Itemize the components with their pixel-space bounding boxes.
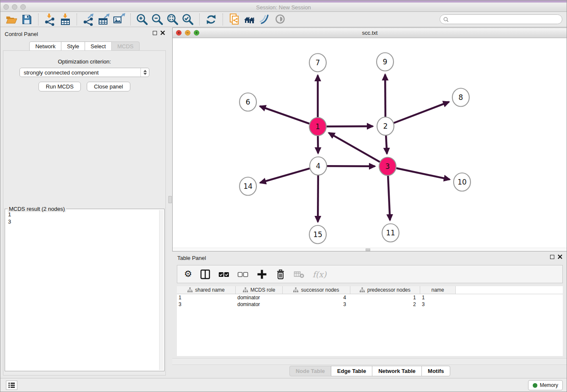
graph-node-10[interactable]: 10 (454, 173, 471, 191)
graph-node-3[interactable]: 3 (379, 157, 396, 176)
graph-node-7[interactable]: 7 (309, 54, 326, 72)
svg-text:1: 1 (316, 122, 320, 131)
graph-edge-4-14[interactable] (260, 168, 310, 183)
import-network-icon[interactable] (42, 12, 58, 27)
graph-edge-3-10[interactable] (396, 168, 450, 179)
graph-node-15[interactable]: 15 (309, 226, 326, 244)
table-cell[interactable]: 4 (283, 294, 350, 301)
result-scrollbar[interactable] (159, 210, 163, 370)
splitter-handle[interactable] (168, 196, 172, 203)
table-row[interactable]: 3dominator323 (177, 301, 563, 308)
column-header-MCDS-role[interactable]: MCDS role (236, 286, 283, 294)
create-column-icon[interactable] (256, 268, 267, 281)
graph-node-8[interactable]: 8 (452, 88, 469, 107)
graph-node-2[interactable]: 2 (377, 117, 394, 135)
graph-edge-4-15[interactable] (318, 175, 318, 222)
unselect-all-columns-icon[interactable] (237, 268, 248, 281)
column-type-icon (360, 287, 365, 293)
zoom-in-icon[interactable] (135, 12, 150, 27)
table-hscrollbar[interactable] (172, 358, 567, 365)
bird-eye-view-icon[interactable] (272, 12, 288, 27)
tab-edge-table[interactable]: Edge Table (331, 366, 372, 376)
tab-node-table[interactable]: Node Table (289, 366, 331, 376)
table-cell[interactable]: 3 (283, 301, 350, 308)
table-cell[interactable]: dominator (236, 301, 283, 308)
export-network-icon[interactable] (81, 12, 96, 27)
import-table-icon[interactable] (58, 12, 73, 27)
optimization-criterion-select[interactable]: strongly connected component (19, 68, 149, 77)
open-file-icon[interactable] (4, 12, 19, 27)
graph-node-14[interactable]: 14 (239, 177, 256, 196)
network-window-titlebar[interactable]: × − + scc.txt (173, 28, 567, 38)
table-cell[interactable]: 1 (420, 294, 456, 301)
table-panel-tabs: Node TableEdge TableNetwork TableMotifs (172, 366, 567, 376)
tab-style[interactable]: Style (61, 41, 85, 51)
search-icon (443, 17, 449, 22)
select-all-columns-icon[interactable] (218, 268, 229, 281)
float-panel-icon[interactable] (153, 31, 157, 35)
column-header-successor-nodes[interactable]: successor nodes (283, 286, 350, 294)
table-cell[interactable]: 1 (177, 294, 236, 301)
column-header-shared-name[interactable]: shared name (177, 286, 236, 294)
graph-edge-2-8[interactable] (394, 102, 449, 123)
table-cell[interactable]: 3 (420, 301, 456, 308)
close-panel-button[interactable]: Close panel (87, 82, 130, 91)
control-panel-tabs: NetworkStyleSelectMCDS (0, 41, 168, 51)
tab-network[interactable]: Network (29, 41, 61, 51)
search-field[interactable] (440, 14, 562, 24)
zoom-selected-icon[interactable] (180, 12, 195, 27)
graph-edge-1-2[interactable] (327, 126, 373, 127)
graph-edge-2-3[interactable] (386, 135, 387, 154)
export-image-icon[interactable] (111, 12, 127, 27)
graph-node-6[interactable]: 6 (239, 93, 256, 111)
tab-select[interactable]: Select (85, 41, 112, 51)
graph-node-11[interactable]: 11 (382, 224, 399, 242)
graph-node-9[interactable]: 9 (377, 53, 394, 71)
show-columns-icon[interactable] (200, 268, 210, 281)
table-cell[interactable]: 1 (350, 294, 420, 301)
table-cell[interactable]: 2 (350, 301, 420, 308)
column-header-label: successor nodes (301, 287, 339, 293)
zoom-out-icon[interactable] (150, 12, 165, 27)
task-history-button[interactable] (6, 381, 17, 390)
close-table-panel-icon[interactable] (558, 254, 562, 259)
mcds-result-text[interactable]: 1 3 (6, 211, 159, 370)
refresh-icon[interactable] (204, 12, 219, 27)
save-session-icon[interactable] (19, 12, 34, 27)
zoom-fit-icon[interactable] (165, 12, 180, 27)
network-hscroll-thumb[interactable] (366, 248, 370, 251)
table-cell[interactable]: dominator (236, 294, 283, 301)
column-header-name[interactable]: name (420, 286, 456, 294)
search-input[interactable] (451, 17, 562, 22)
float-table-panel-icon[interactable] (550, 255, 554, 259)
tab-mcds[interactable]: MCDS (111, 41, 139, 51)
first-neighbors-icon[interactable] (242, 12, 257, 27)
hide-details-icon[interactable] (257, 12, 272, 27)
table-cell[interactable]: 3 (177, 301, 236, 308)
column-header-predecessor-nodes[interactable]: predecessor nodes (350, 286, 420, 294)
table-row[interactable]: 1dominator411 (177, 294, 563, 301)
duplicate-network-icon[interactable] (227, 12, 242, 27)
run-mcds-button[interactable]: Run MCDS (39, 82, 81, 91)
graph-edge-3-1[interactable] (329, 133, 380, 162)
tab-network-table[interactable]: Network Table (372, 366, 422, 376)
tab-motifs[interactable]: Motifs (421, 366, 450, 376)
graph-edge-1-6[interactable] (260, 106, 309, 124)
network-view-window: × − + scc.txt 7968124314101511 (172, 28, 567, 251)
window-title: Session: New Session (0, 4, 567, 11)
graph-edge-4-3[interactable] (327, 166, 375, 166)
network-graph[interactable]: 7968124314101511 (173, 38, 567, 251)
network-canvas[interactable]: 7968124314101511 (173, 38, 567, 251)
graph-edge-2-9[interactable] (385, 75, 385, 117)
graph-node-4[interactable]: 4 (310, 157, 327, 175)
table-header-row: shared nameMCDS rolesuccessor nodesprede… (177, 286, 563, 294)
graph-node-1[interactable]: 1 (309, 118, 326, 136)
memory-button[interactable]: Memory (528, 380, 563, 390)
export-table-icon[interactable] (96, 12, 111, 27)
table-settings-icon[interactable]: ⚙ (184, 268, 192, 281)
close-panel-icon[interactable] (160, 30, 165, 35)
graph-edge-3-11[interactable] (388, 175, 390, 220)
network-hscrollbar[interactable] (173, 248, 567, 251)
delete-column-icon[interactable] (275, 268, 286, 281)
svg-text:7: 7 (316, 58, 320, 67)
